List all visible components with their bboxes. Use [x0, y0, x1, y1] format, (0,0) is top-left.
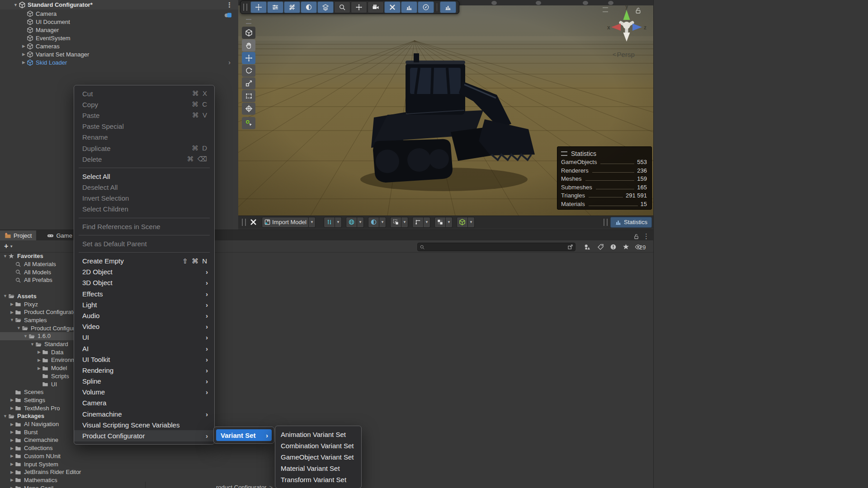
toolbar-drag-handle[interactable]: [243, 4, 247, 11]
hierarchy-item-cameras[interactable]: ▶Cameras: [0, 42, 235, 50]
scene-toolbar-pan-icon[interactable]: [250, 1, 267, 13]
menu-item-ui[interactable]: UI›: [74, 332, 214, 343]
stats-button-drag-handle[interactable]: [604, 219, 608, 226]
tool-move-icon[interactable]: [242, 52, 255, 64]
pixyz-x-icon[interactable]: [250, 218, 257, 226]
menu-item-create-empty[interactable]: Create Empty⇧ ⌘ N: [74, 255, 214, 266]
tree-item-collections[interactable]: ▶Collections: [0, 444, 53, 452]
perspective-toggle[interactable]: < Persp: [613, 51, 635, 58]
menu-item-camera[interactable]: Camera: [74, 398, 214, 408]
hierarchy-item-ui-document[interactable]: UI Document: [0, 18, 235, 26]
menu-item-select-all[interactable]: Select All: [74, 171, 214, 182]
stats-drag-handle-icon[interactable]: [561, 151, 567, 156]
tree-item-product-configurator[interactable]: ▶Product Configurator: [0, 308, 78, 316]
tree-item-environment[interactable]: ▶Environment: [0, 356, 84, 364]
menu-item-volume[interactable]: Volume›: [74, 387, 214, 398]
pixyz-move-arrow-icon-dropdown[interactable]: ▼: [424, 217, 430, 228]
tool-rotate-icon[interactable]: [242, 65, 255, 77]
tree-item-ai-navigation[interactable]: ▶AI Navigation: [0, 420, 59, 428]
pixyz-updown-arrows-icon[interactable]: [324, 217, 335, 228]
pixyz-sphere-mesh-icon-dropdown[interactable]: ▼: [357, 217, 364, 228]
pixyz-grid-select-icon-dropdown[interactable]: ▼: [401, 217, 408, 228]
tree-item-assets[interactable]: ▼Assets: [0, 292, 37, 300]
menu-item-effects[interactable]: Effects›: [74, 288, 214, 299]
pixyz-checker-icon-dropdown[interactable]: ▼: [446, 217, 453, 228]
tree-item-textmesh-pro[interactable]: ▶TextMesh Pro: [0, 404, 60, 412]
tree-item-product-configurator[interactable]: ▼Product Configurator: [0, 324, 85, 332]
open-external-icon[interactable]: [567, 244, 573, 250]
menu-item-material-variant-set[interactable]: Material Variant Set: [275, 463, 361, 474]
tree-item-scenes[interactable]: Scenes: [0, 388, 43, 396]
pixyz-sphere-mesh-icon[interactable]: [346, 217, 357, 228]
menu-item-light[interactable]: Light›: [74, 299, 214, 310]
pixyz-half-circle-icon-dropdown[interactable]: ▼: [379, 217, 386, 228]
menu-item-cinemachine[interactable]: Cinemachine›: [74, 408, 214, 419]
scene-toolbar-search-icon[interactable]: [334, 1, 350, 13]
statistics-toggle-button[interactable]: Statistics: [610, 217, 652, 228]
hierarchy-item-eventsystem[interactable]: EventSystem: [0, 34, 235, 42]
menu-item-ui-toolkit[interactable]: UI Toolkit›: [74, 354, 214, 365]
menu-item-invert-selection[interactable]: Invert Selection: [74, 193, 214, 204]
tree-item-settings[interactable]: ▶Settings: [0, 396, 45, 404]
tree-item-ui[interactable]: UI: [0, 380, 57, 388]
menu-item-animation-variant-set[interactable]: Animation Variant Set: [275, 429, 361, 440]
scene-toolbar-grid-hash-icon[interactable]: [284, 1, 300, 13]
search-by-type-icon[interactable]: [584, 244, 591, 250]
tool-scale-icon[interactable]: [242, 77, 255, 89]
project-kebab-menu-icon[interactable]: ⋮: [643, 232, 650, 240]
menu-item-copy[interactable]: Copy⌘ C: [74, 99, 214, 110]
tree-item-all-models[interactable]: All Models: [0, 268, 51, 276]
tree-item-packages[interactable]: ▼Packages: [0, 412, 44, 420]
menu-item-video[interactable]: Video›: [74, 321, 214, 332]
tree-item-all-materials[interactable]: All Materials: [0, 260, 56, 268]
menu-item-delete[interactable]: Delete⌘ ⌫: [74, 154, 214, 164]
menu-item-duplicate[interactable]: Duplicate⌘ D: [74, 143, 214, 154]
menu-item-variant-set[interactable]: Variant Set ›: [216, 429, 272, 441]
alert-icon[interactable]: [610, 244, 617, 250]
search-input[interactable]: [425, 244, 567, 251]
import-model-button[interactable]: Import Model: [262, 217, 309, 228]
scene-toolbar-move3d-icon[interactable]: [351, 1, 367, 13]
tool-hand-icon[interactable]: [242, 39, 255, 52]
hierarchy-item-variant-set-manager[interactable]: ▶Variant Set Manager: [0, 50, 235, 58]
panel-lock-icon[interactable]: [633, 234, 639, 239]
scene-toolbar-bars-icon[interactable]: [401, 1, 417, 13]
tree-item-samples[interactable]: ▼Samples: [0, 316, 47, 324]
tab-game[interactable]: Game: [42, 230, 76, 240]
menu-item-ai[interactable]: AI›: [74, 343, 214, 354]
scene-expander[interactable]: ▼: [13, 3, 19, 7]
scene-toolbar-videocam-icon[interactable]: [368, 1, 384, 13]
menu-item-visual-scripting-scene-variables[interactable]: Visual Scripting Scene Variables: [74, 419, 214, 430]
tree-item-model[interactable]: ▶Model: [0, 364, 67, 372]
menu-item-spline[interactable]: Spline›: [74, 376, 214, 387]
hierarchy-kebab-menu-icon[interactable]: ⋮: [226, 1, 233, 9]
menu-item-rendering[interactable]: Rendering›: [74, 365, 214, 375]
tree-item-mathematics[interactable]: ▶Mathematics: [0, 476, 57, 484]
hierarchy-item-camera[interactable]: Camera: [0, 9, 235, 18]
menu-item-cut[interactable]: Cut⌘ X: [74, 88, 214, 99]
prefab-open-chevron[interactable]: ›: [228, 59, 231, 66]
scene-gizmo[interactable]: y x z: [607, 4, 646, 45]
menu-item-paste-special[interactable]: Paste Special: [74, 121, 214, 132]
menu-item-transform-variant-set[interactable]: Transform Variant Set: [275, 474, 361, 485]
scene-toolbar-x-cross-icon[interactable]: [384, 1, 401, 13]
scene-toolbar-compass-icon[interactable]: [418, 1, 434, 13]
menu-item-select-children[interactable]: Select Children: [74, 204, 214, 215]
tree-item-scripts[interactable]: Scripts: [0, 372, 69, 380]
scene-toolbar-moon-icon[interactable]: [301, 1, 317, 13]
tree-item-pixyz[interactable]: ▶Pixyz: [0, 300, 38, 308]
pixyz-move-arrow-icon[interactable]: [412, 217, 424, 228]
tree-item-burst[interactable]: ▶Burst: [0, 428, 38, 436]
tree-item-data[interactable]: ▶Data: [0, 348, 63, 356]
menu-item-3d-object[interactable]: 3D Object›: [74, 277, 214, 288]
menu-item-gameobject-variant-set[interactable]: GameObject Variant Set: [275, 451, 361, 463]
pixyz-green-cube-icon-dropdown[interactable]: ▼: [468, 217, 475, 228]
tree-item-standard[interactable]: ▼Standard: [0, 340, 68, 348]
menu-item-find-references-in-scene[interactable]: Find References in Scene: [74, 221, 214, 232]
import-model-dropdown[interactable]: ▼: [309, 217, 316, 228]
pixyz-grid-select-icon[interactable]: [390, 217, 401, 228]
menu-item-combination-variant-set[interactable]: Combination Variant Set: [275, 440, 361, 451]
create-asset-caret-icon[interactable]: ▼: [9, 244, 13, 249]
bottom-toolbar-drag-handle[interactable]: [242, 219, 246, 226]
search-by-label-icon[interactable]: [597, 244, 604, 250]
